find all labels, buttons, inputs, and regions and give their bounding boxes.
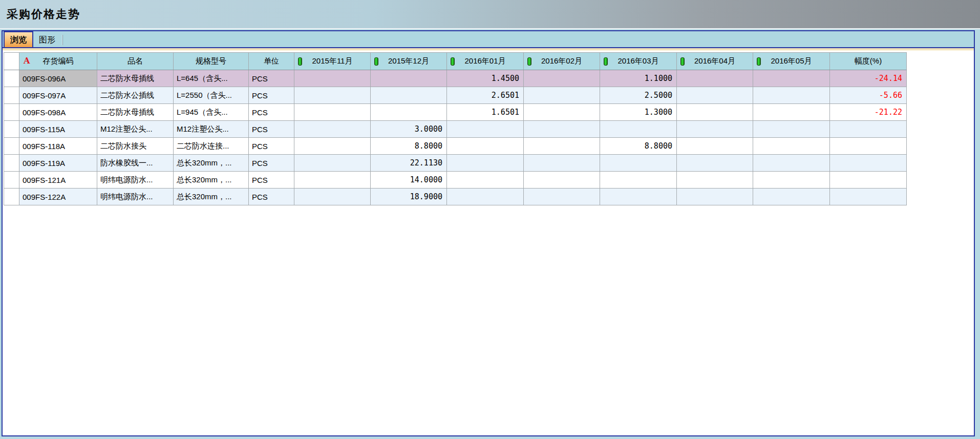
cell-m5[interactable] — [677, 70, 753, 87]
column-header-m4[interactable]: 2016年03月 — [600, 53, 677, 70]
cell-name[interactable]: 二芯防水公插线 — [97, 87, 174, 104]
table-row[interactable]: 009FS-098A二芯防水母插线L=945（含头...PCS1.65011.3… — [4, 104, 907, 121]
row-indicator[interactable] — [4, 155, 19, 172]
cell-m4[interactable] — [600, 121, 677, 138]
table-row[interactable]: 009FS-115AM12注塑公头...M12注塑公头...PCS3.0000 — [4, 121, 907, 138]
cell-m1[interactable]: 22.1130 — [371, 155, 447, 172]
cell-range[interactable] — [830, 155, 907, 172]
table-row[interactable]: 009FS-096A二芯防水母插线L=645（含头...PCS1.45001.1… — [4, 70, 907, 87]
column-header-m2[interactable]: 2016年01月 — [447, 53, 524, 70]
cell-m3[interactable] — [524, 155, 600, 172]
cell-m3[interactable] — [524, 138, 600, 155]
cell-m5[interactable] — [677, 138, 753, 155]
cell-m5[interactable] — [677, 87, 753, 104]
cell-code[interactable]: 009FS-118A — [19, 138, 97, 155]
cell-m3[interactable] — [524, 121, 600, 138]
cell-m6[interactable] — [753, 104, 830, 121]
cell-m6[interactable] — [753, 155, 830, 172]
cell-m1[interactable] — [371, 87, 447, 104]
cell-m4[interactable] — [600, 172, 677, 189]
cell-m1[interactable]: 14.0000 — [371, 172, 447, 189]
cell-m2[interactable] — [447, 121, 524, 138]
column-header-m5[interactable]: 2016年04月 — [677, 53, 753, 70]
cell-m6[interactable] — [753, 138, 830, 155]
cell-name[interactable]: 二芯防水母插线 — [97, 104, 174, 121]
cell-code[interactable]: 009FS-119A — [19, 155, 97, 172]
cell-m5[interactable] — [677, 172, 753, 189]
cell-m6[interactable] — [753, 70, 830, 87]
cell-spec[interactable]: 总长320mm，... — [174, 189, 249, 205]
cell-name[interactable]: 二芯防水接头 — [97, 138, 174, 155]
column-header-m0[interactable]: 2015年11月 — [294, 53, 371, 70]
cell-code[interactable]: 009FS-121A — [19, 172, 97, 189]
table-row[interactable]: 009FS-122A明纬电源防水...总长320mm，...PCS18.9000 — [4, 189, 907, 205]
cell-unit[interactable]: PCS — [249, 87, 294, 104]
table-row[interactable]: 009FS-118A二芯防水接头二芯防水连接...PCS8.80008.8000 — [4, 138, 907, 155]
cell-m4[interactable] — [600, 155, 677, 172]
cell-m1[interactable]: 18.9000 — [371, 189, 447, 205]
cell-m2[interactable] — [447, 172, 524, 189]
cell-range[interactable]: -21.22 — [830, 104, 907, 121]
table-row[interactable]: 009FS-097A二芯防水公插线L=2550（含头...PCS2.65012.… — [4, 87, 907, 104]
row-indicator[interactable] — [4, 189, 19, 205]
cell-m1[interactable]: 3.0000 — [371, 121, 447, 138]
cell-m1[interactable] — [371, 70, 447, 87]
cell-spec[interactable]: L=945（含头... — [174, 104, 249, 121]
cell-m1[interactable]: 8.8000 — [371, 138, 447, 155]
cell-spec[interactable]: M12注塑公头... — [174, 121, 249, 138]
cell-unit[interactable]: PCS — [249, 70, 294, 87]
column-header-range[interactable]: 幅度(%) — [830, 53, 907, 70]
column-header-spec[interactable]: 规格型号 — [174, 53, 249, 70]
cell-m0[interactable] — [294, 138, 371, 155]
row-indicator[interactable] — [4, 87, 19, 104]
cell-m0[interactable] — [294, 155, 371, 172]
cell-unit[interactable]: PCS — [249, 121, 294, 138]
cell-m5[interactable] — [677, 189, 753, 205]
cell-m4[interactable] — [600, 189, 677, 205]
cell-m4[interactable]: 1.1000 — [600, 70, 677, 87]
table-row[interactable]: 009FS-121A明纬电源防水...总长320mm，...PCS14.0000 — [4, 172, 907, 189]
cell-m0[interactable] — [294, 121, 371, 138]
cell-name[interactable]: 明纬电源防水... — [97, 172, 174, 189]
cell-m5[interactable] — [677, 155, 753, 172]
cell-m3[interactable] — [524, 104, 600, 121]
cell-m2[interactable] — [447, 138, 524, 155]
cell-spec[interactable]: 总长320mm，... — [174, 155, 249, 172]
cell-name[interactable]: M12注塑公头... — [97, 121, 174, 138]
tab-graph[interactable]: 图形 — [33, 33, 61, 47]
cell-m0[interactable] — [294, 70, 371, 87]
row-indicator[interactable] — [4, 104, 19, 121]
cell-code[interactable]: 009FS-122A — [19, 189, 97, 205]
cell-m4[interactable]: 8.8000 — [600, 138, 677, 155]
cell-range[interactable]: -24.14 — [830, 70, 907, 87]
cell-m0[interactable] — [294, 104, 371, 121]
cell-spec[interactable]: L=645（含头... — [174, 70, 249, 87]
cell-code[interactable]: 009FS-096A — [19, 70, 97, 87]
column-header-name[interactable]: 品名 — [97, 53, 174, 70]
row-indicator[interactable] — [4, 172, 19, 189]
cell-code[interactable]: 009FS-098A — [19, 104, 97, 121]
row-indicator[interactable] — [4, 138, 19, 155]
column-header-m3[interactable]: 2016年02月 — [524, 53, 600, 70]
cell-m3[interactable] — [524, 189, 600, 205]
cell-m2[interactable] — [447, 155, 524, 172]
cell-unit[interactable]: PCS — [249, 155, 294, 172]
cell-m3[interactable] — [524, 172, 600, 189]
cell-code[interactable]: 009FS-115A — [19, 121, 97, 138]
cell-m0[interactable] — [294, 172, 371, 189]
table-row[interactable]: 009FS-119A防水橡胶线一...总长320mm，...PCS22.1130 — [4, 155, 907, 172]
cell-m5[interactable] — [677, 104, 753, 121]
cell-m6[interactable] — [753, 87, 830, 104]
cell-m2[interactable]: 2.6501 — [447, 87, 524, 104]
cell-m6[interactable] — [753, 121, 830, 138]
cell-m1[interactable] — [371, 104, 447, 121]
cell-range[interactable] — [830, 189, 907, 205]
cell-m3[interactable] — [524, 87, 600, 104]
cell-code[interactable]: 009FS-097A — [19, 87, 97, 104]
tab-browse[interactable]: 浏览 — [4, 31, 33, 47]
row-indicator[interactable] — [4, 70, 19, 87]
column-header-code[interactable]: A存货编码 — [19, 53, 97, 70]
cell-spec[interactable]: L=2550（含头... — [174, 87, 249, 104]
cell-m4[interactable]: 1.3000 — [600, 104, 677, 121]
cell-m0[interactable] — [294, 87, 371, 104]
